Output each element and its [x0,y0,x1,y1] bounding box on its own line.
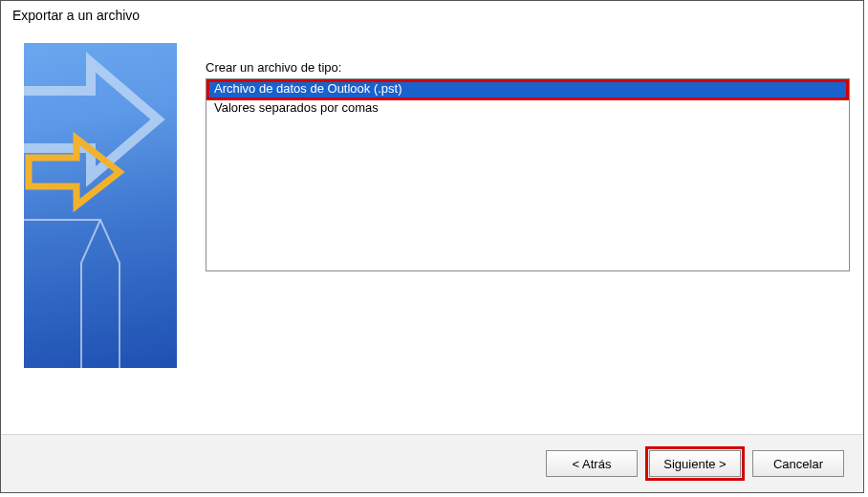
back-button[interactable]: < Atrás [546,450,638,477]
file-type-label: Crear un archivo de tipo: [206,60,850,75]
export-dialog: Exportar a un archivo Crear un archivo d… [0,0,864,493]
option-csv[interactable]: Valores separados por comas [206,98,849,118]
dialog-body: Crear un archivo de tipo: Archivo de dat… [1,33,863,425]
file-type-listbox[interactable]: Archivo de datos de Outlook (.pst) Valor… [206,78,850,271]
next-button[interactable]: Siguiente > [649,450,741,477]
option-pst[interactable]: Archivo de datos de Outlook (.pst) [206,79,849,98]
wizard-illustration [24,43,177,368]
dialog-footer: < Atrás Siguiente > Cancelar [1,434,863,492]
content-area: Crear un archivo de tipo: Archivo de dat… [177,43,850,425]
dialog-title: Exportar a un archivo [1,1,863,29]
cancel-button[interactable]: Cancelar [752,450,844,477]
